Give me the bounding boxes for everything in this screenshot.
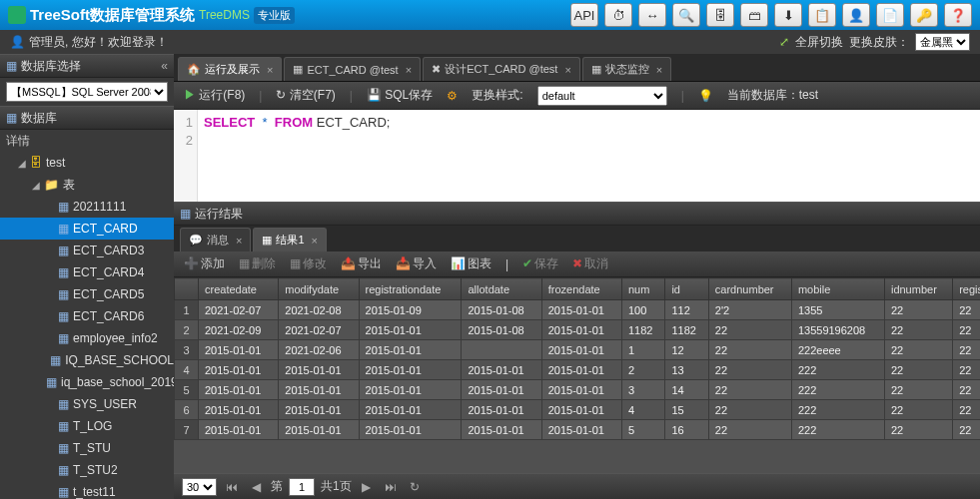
cell[interactable]: 222 xyxy=(791,400,884,420)
delete-button[interactable]: ▦删除 xyxy=(239,255,276,272)
cell[interactable]: 2015-01-01 xyxy=(199,340,279,360)
cell[interactable]: 2015-01-01 xyxy=(541,400,621,420)
next-page-button[interactable]: ▶ xyxy=(358,478,376,496)
tree-item[interactable]: ▦iq_base_school_2019 xyxy=(0,371,174,393)
header-tool-11[interactable]: ❓ xyxy=(944,3,972,27)
cell[interactable]: 22 xyxy=(953,400,980,420)
header-tool-4[interactable]: 🗄 xyxy=(706,3,734,27)
cell[interactable]: 22 xyxy=(953,360,980,380)
column-header[interactable] xyxy=(175,278,199,300)
cell[interactable]: 2021-02-07 xyxy=(199,300,279,320)
page-size-select[interactable]: 30 xyxy=(182,478,217,496)
cell[interactable]: 2015-01-01 xyxy=(541,360,621,380)
cell[interactable]: 2015-01-08 xyxy=(462,320,541,340)
cell[interactable]: 2015-01-01 xyxy=(541,300,621,320)
cell[interactable]: 222 xyxy=(791,360,884,380)
tree-item[interactable]: ▦ECT_CARD4 xyxy=(0,261,174,283)
tree-item[interactable]: ▦T_STU xyxy=(0,437,174,459)
result-grid-wrap[interactable]: createdatemodifydateregistrationdateallo… xyxy=(174,277,980,473)
chart-button[interactable]: 📊图表 xyxy=(451,255,491,272)
cell[interactable]: 2021-02-09 xyxy=(199,320,279,340)
cell[interactable]: 2021-02-06 xyxy=(279,340,359,360)
tab-close-icon[interactable]: × xyxy=(267,64,273,76)
column-header[interactable]: mobile xyxy=(791,278,884,300)
result-grid[interactable]: createdatemodifydateregistrationdateallo… xyxy=(174,277,980,440)
tab-close-icon[interactable]: × xyxy=(564,64,570,76)
header-tool-2[interactable]: ↔ xyxy=(638,3,666,27)
cell[interactable]: 3 xyxy=(175,340,199,360)
cell[interactable]: 15 xyxy=(665,400,708,420)
cell[interactable]: 1182 xyxy=(665,320,708,340)
main-tab[interactable]: ✖设计ECT_CARD @test× xyxy=(423,57,580,81)
cell[interactable]: 2015-01-09 xyxy=(359,300,462,320)
cell[interactable]: 2015-01-01 xyxy=(462,380,541,400)
cell[interactable]: 1 xyxy=(175,300,199,320)
cell[interactable]: 1 xyxy=(621,340,664,360)
cell[interactable]: 22 xyxy=(884,360,952,380)
cell[interactable]: 22 xyxy=(884,380,952,400)
tree-item[interactable]: ▦t_test11 xyxy=(0,481,174,499)
tree-item[interactable]: ◢🗄test xyxy=(0,152,174,174)
page-input[interactable] xyxy=(289,478,315,496)
tree-item[interactable]: ▦ECT_CARD5 xyxy=(0,283,174,305)
cell[interactable]: 5 xyxy=(621,420,664,440)
result-tab[interactable]: 💬消息× xyxy=(180,228,251,251)
cell[interactable]: 2015-01-01 xyxy=(359,320,462,340)
cell[interactable]: 2015-01-01 xyxy=(359,340,462,360)
cell[interactable]: 222 xyxy=(791,420,884,440)
cell[interactable]: 4 xyxy=(621,400,664,420)
save-button[interactable]: ✔保存 xyxy=(522,255,558,272)
column-header[interactable]: allotdate xyxy=(462,278,541,300)
column-header[interactable]: modifydate xyxy=(279,278,359,300)
result-tab[interactable]: ▦结果1× xyxy=(253,228,327,251)
cell[interactable]: 16 xyxy=(665,420,708,440)
cell[interactable]: 22 xyxy=(708,340,791,360)
cell[interactable]: 222eeee xyxy=(791,340,884,360)
table-row[interactable]: 32015-01-012021-02-062015-01-012015-01-0… xyxy=(175,340,981,360)
cell[interactable]: 2015-01-08 xyxy=(462,300,541,320)
column-header[interactable]: id xyxy=(665,278,708,300)
tree-item[interactable]: ◢📁表 xyxy=(0,174,174,196)
tree-item[interactable]: ▦ECT_CARD3 xyxy=(0,240,174,261)
main-tab[interactable]: 🏠运行及展示× xyxy=(178,57,282,81)
cancel-button[interactable]: ✖取消 xyxy=(572,255,608,272)
cell[interactable]: 2015-01-01 xyxy=(199,380,279,400)
tab-close-icon[interactable]: × xyxy=(236,235,242,247)
cell[interactable]: 2015-01-01 xyxy=(541,420,621,440)
header-tool-7[interactable]: 📋 xyxy=(808,3,836,27)
column-header[interactable]: registrationdate xyxy=(359,278,462,300)
sql-editor[interactable]: 12 SELECT * FROM ECT_CARD; xyxy=(174,110,980,202)
cell[interactable]: 2015-01-01 xyxy=(541,340,621,360)
cell[interactable]: 22 xyxy=(884,320,952,340)
refresh-page-button[interactable]: ↻ xyxy=(406,478,424,496)
cell[interactable]: 2015-01-01 xyxy=(462,420,541,440)
column-header[interactable]: frozendate xyxy=(541,278,621,300)
table-row[interactable]: 12021-02-072021-02-082015-01-092015-01-0… xyxy=(175,300,981,320)
cell[interactable]: 2015-01-01 xyxy=(199,420,279,440)
cell[interactable]: 2015-01-01 xyxy=(199,360,279,380)
cell[interactable]: 2015-01-01 xyxy=(279,420,359,440)
cell[interactable] xyxy=(462,340,541,360)
skin-select[interactable]: 金属黑 xyxy=(915,33,970,51)
cell[interactable]: 4 xyxy=(175,360,199,380)
header-tool-1[interactable]: ⏱ xyxy=(604,3,632,27)
tree-item[interactable]: ▦T_STU2 xyxy=(0,459,174,481)
cell[interactable]: 3 xyxy=(621,380,664,400)
import-button[interactable]: 📥导入 xyxy=(396,255,437,272)
cell[interactable]: 7 xyxy=(175,420,199,440)
db-connection-select[interactable]: 【MSSQL】SQL Server 2008 ▾ xyxy=(6,82,168,102)
column-header[interactable]: num xyxy=(621,278,664,300)
tab-close-icon[interactable]: × xyxy=(656,64,662,76)
cell[interactable]: 22 xyxy=(953,420,980,440)
table-row[interactable]: 42015-01-012015-01-012015-01-012015-01-0… xyxy=(175,360,981,380)
cell[interactable]: 2015-01-01 xyxy=(462,400,541,420)
cell[interactable]: 22 xyxy=(884,300,952,320)
cell[interactable]: 22 xyxy=(884,420,952,440)
edit-button[interactable]: ▦修改 xyxy=(290,255,327,272)
cell[interactable]: 2015-01-01 xyxy=(359,380,462,400)
cell[interactable]: 22 xyxy=(708,380,791,400)
tree-item[interactable]: ▦ECT_CARD xyxy=(0,218,174,240)
cell[interactable]: 22 xyxy=(884,340,952,360)
cell[interactable]: 2'2 xyxy=(708,300,791,320)
cell[interactable]: 6 xyxy=(175,400,199,420)
